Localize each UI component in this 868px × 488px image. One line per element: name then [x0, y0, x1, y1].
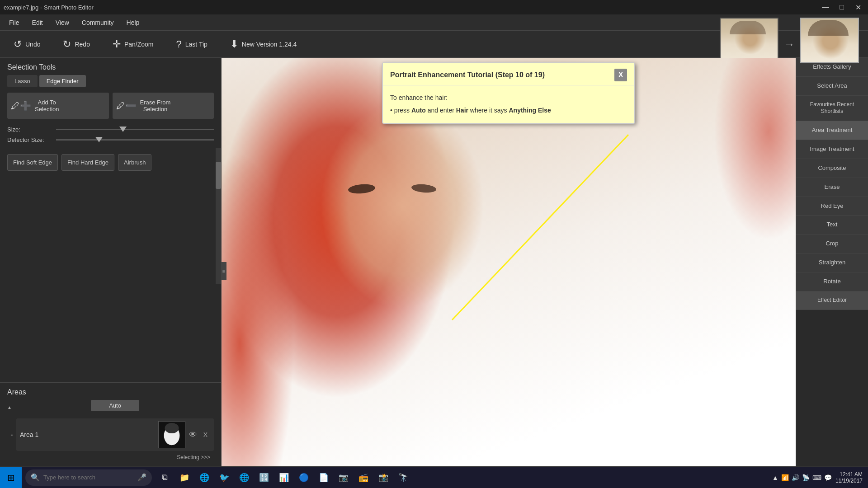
- microphone-icon[interactable]: 🎤: [137, 473, 146, 482]
- tutorial-bullet: • press Auto and enter Hair where it say…: [390, 105, 627, 115]
- detector-size-slider[interactable]: [56, 139, 214, 141]
- find-hard-edge-button[interactable]: Find Hard Edge: [61, 154, 114, 171]
- window-title: example7.jpg - Smart Photo Editor: [4, 4, 94, 11]
- tutorial-bold-auto: Auto: [411, 107, 426, 114]
- app-icon-4[interactable]: 🌐: [235, 469, 253, 487]
- undo-label: Undo: [25, 41, 40, 48]
- download-icon: ⬇: [230, 38, 238, 50]
- file-explorer-icon[interactable]: 📁: [175, 469, 193, 487]
- last-tip-label: Last Tip: [185, 41, 208, 48]
- preview-arrow: →: [784, 38, 795, 51]
- wifi-icon[interactable]: 📡: [802, 474, 810, 481]
- app-icon-3[interactable]: 🐦: [215, 469, 233, 487]
- area-treatment-button[interactable]: Area Treatment: [796, 121, 868, 140]
- start-button[interactable]: ⊞: [0, 467, 22, 488]
- original-thumb-image: [720, 18, 778, 63]
- canvas-area[interactable]: Portrait Enhancement Tutorial (Step 10 o…: [222, 58, 796, 466]
- camera-icon[interactable]: 📸: [374, 469, 392, 487]
- erase-selection-icon: 🖊➖: [116, 100, 137, 111]
- menu-view[interactable]: View: [50, 17, 75, 28]
- composite-button[interactable]: Composite: [796, 159, 868, 178]
- effect-editor-button[interactable]: Effect Editor: [796, 291, 868, 310]
- find-soft-edge-button[interactable]: Find Soft Edge: [7, 154, 58, 171]
- favourites-button[interactable]: Favourites Recent Shortlists: [796, 96, 868, 121]
- size-slider[interactable]: [56, 129, 214, 130]
- menu-file[interactable]: File: [4, 17, 25, 28]
- pan-zoom-button[interactable]: ✛ Pan/Zoom: [108, 36, 158, 53]
- minimize-button[interactable]: —: [819, 1, 832, 14]
- notification-icon[interactable]: 💬: [824, 474, 832, 481]
- area-1-eye-icon[interactable]: 👁: [189, 430, 197, 440]
- svg-point-2: [165, 423, 179, 433]
- taskbar-clock[interactable]: 12:41 AM 11/19/2017: [835, 471, 863, 484]
- area-1-close-button[interactable]: X: [201, 430, 210, 439]
- airbrush-button[interactable]: Airbrush: [118, 154, 151, 171]
- select-area-button[interactable]: Select Area: [796, 77, 868, 96]
- erase-button[interactable]: Erase: [796, 178, 868, 197]
- text-button[interactable]: Text: [796, 216, 868, 235]
- tab-edge-finder[interactable]: Edge Finder: [39, 75, 86, 87]
- add-to-selection-button[interactable]: 🖊➕ Add ToSelection: [7, 93, 109, 119]
- taskbar-search-input[interactable]: [43, 474, 134, 481]
- add-to-selection-label: Add ToSelection: [35, 99, 59, 113]
- close-button[interactable]: ✕: [852, 1, 864, 14]
- question-icon: ?: [176, 38, 182, 50]
- volume-icon[interactable]: 🔊: [792, 474, 799, 481]
- pan-zoom-icon: ✛: [113, 38, 121, 50]
- rotate-button[interactable]: Rotate: [796, 272, 868, 291]
- clock-time: 12:41 AM: [835, 471, 863, 478]
- new-version-button[interactable]: ⬇ New Version 1.24.4: [226, 36, 301, 53]
- undo-button[interactable]: ↺ Undo: [9, 36, 45, 53]
- last-tip-button[interactable]: ? Last Tip: [172, 36, 212, 53]
- search-icon: 🔍: [31, 473, 40, 482]
- calculator-icon[interactable]: 🔢: [255, 469, 273, 487]
- auto-button[interactable]: Auto: [91, 400, 139, 411]
- image-treatment-button[interactable]: Image Treatment: [796, 140, 868, 159]
- area-1-status: Selecting >>>: [177, 454, 210, 460]
- app-icon-5[interactable]: 🔵: [295, 469, 313, 487]
- excel-icon[interactable]: 📊: [275, 469, 293, 487]
- edge-browser-icon[interactable]: 🌐: [195, 469, 213, 487]
- photo-app-icon[interactable]: 📷: [335, 469, 353, 487]
- tutorial-intro: To enhance the hair:: [390, 93, 627, 103]
- keyboard-icon[interactable]: ⌨: [812, 474, 821, 481]
- undo-icon: ↺: [14, 38, 22, 50]
- taskbar-apps: ⧉ 📁 🌐 🐦 🌐 🔢 📊 🔵 📄 📷 📻 📸 🔭: [156, 469, 772, 487]
- selection-tools-header: Selection Tools: [0, 58, 221, 75]
- word-icon[interactable]: 📄: [315, 469, 333, 487]
- tab-lasso[interactable]: Lasso: [7, 75, 38, 87]
- network-icon[interactable]: 📶: [781, 474, 789, 481]
- taskbar-search-box[interactable]: 🔍 🎤: [25, 469, 152, 486]
- tutorial-title: Portrait Enhancement Tutorial (Step 10 o…: [390, 71, 545, 79]
- straighten-button[interactable]: Straighten: [796, 253, 868, 272]
- redo-button[interactable]: ↻ Redo: [58, 36, 94, 53]
- crop-button[interactable]: Crop: [796, 235, 868, 253]
- detector-size-label: Detector Size:: [7, 136, 52, 143]
- menu-help[interactable]: Help: [121, 17, 145, 28]
- red-eye-button[interactable]: Red Eye: [796, 197, 868, 216]
- menu-edit[interactable]: Edit: [27, 17, 48, 28]
- panel-collapse-handle[interactable]: ≡: [221, 262, 226, 280]
- scroll-bar[interactable]: [216, 148, 221, 284]
- menu-community[interactable]: Community: [76, 17, 119, 28]
- taskbar-right: ▲ 📶 🔊 📡 ⌨ 💬 12:41 AM 11/19/2017: [772, 471, 868, 484]
- tutorial-close-button[interactable]: X: [614, 69, 627, 81]
- maximize-button[interactable]: □: [835, 1, 848, 14]
- erase-from-selection-button[interactable]: 🖊➖ Erase FromSelection: [113, 93, 214, 119]
- tutorial-dialog: Portrait Enhancement Tutorial (Step 10 o…: [382, 62, 635, 124]
- taskview-button[interactable]: ⧉: [156, 469, 174, 487]
- tutorial-body: To enhance the hair: • press Auto and en…: [383, 85, 634, 123]
- new-version-label: New Version 1.24.4: [242, 41, 297, 48]
- media-icon[interactable]: 📻: [354, 469, 373, 487]
- size-label: Size:: [7, 126, 52, 133]
- areas-header: Areas: [7, 388, 214, 396]
- spy-icon[interactable]: 🔭: [394, 469, 412, 487]
- tray-expand-icon[interactable]: ▲: [772, 474, 778, 481]
- erase-from-selection-label: Erase FromSelection: [140, 99, 171, 113]
- pan-zoom-label: Pan/Zoom: [124, 41, 154, 48]
- clock-date: 11/19/2017: [835, 478, 863, 484]
- redo-icon: ↻: [63, 38, 71, 50]
- right-panel: Effects Gallery Select Area Favourites R…: [796, 58, 868, 466]
- area-treatment-thumb-image: [800, 18, 859, 63]
- area-1-item[interactable]: Area 1 👁 X: [16, 418, 214, 451]
